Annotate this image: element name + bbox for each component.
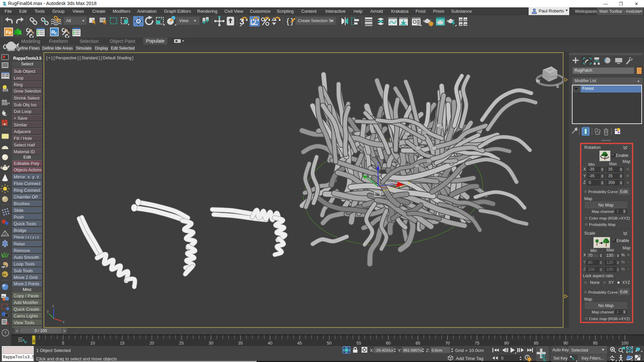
svg-text:80: 80 bbox=[504, 341, 509, 346]
svg-text:30: 30 bbox=[209, 341, 213, 346]
svg-text:45: 45 bbox=[297, 341, 302, 346]
svg-text:P: P bbox=[9, 31, 12, 36]
svg-text:50: 50 bbox=[327, 341, 332, 346]
svg-text:Z:: Z: bbox=[426, 348, 430, 353]
svg-text:x: x bbox=[63, 320, 64, 324]
svg-text:y: y bbox=[47, 309, 49, 313]
svg-text:Set Key: Set Key bbox=[553, 356, 568, 361]
svg-text:35: 35 bbox=[238, 341, 243, 346]
svg-text:Y:: Y: bbox=[398, 348, 402, 353]
svg-text:c: c bbox=[55, 31, 57, 36]
svg-text:Key Filters...: Key Filters... bbox=[582, 356, 604, 361]
svg-text:100: 100 bbox=[622, 341, 629, 346]
svg-text:X:: X: bbox=[370, 348, 374, 353]
svg-text:x: x bbox=[408, 181, 410, 185]
svg-text:Grid = 10.0cm: Grid = 10.0cm bbox=[455, 348, 484, 353]
svg-text:View: View bbox=[179, 18, 189, 23]
svg-text:0x: 0x bbox=[3, 273, 6, 276]
svg-text:Add Time Tag: Add Time Tag bbox=[456, 356, 483, 361]
svg-text:10: 10 bbox=[90, 341, 95, 346]
svg-text:0.0cm: 0.0cm bbox=[432, 348, 442, 352]
svg-text:-29.4231cr: -29.4231cr bbox=[375, 348, 393, 352]
svg-text:85: 85 bbox=[534, 341, 539, 346]
svg-text:0: 0 bbox=[33, 339, 35, 343]
svg-text:W: W bbox=[536, 78, 540, 83]
svg-text:961.5867cı: 961.5867cı bbox=[403, 348, 422, 352]
svg-text:40: 40 bbox=[268, 341, 272, 346]
svg-text:?: ? bbox=[4, 330, 7, 336]
svg-text:55: 55 bbox=[357, 341, 361, 346]
svg-text:All: All bbox=[66, 18, 71, 23]
svg-text:20: 20 bbox=[150, 341, 154, 346]
svg-text:0: 0 bbox=[501, 356, 503, 361]
svg-text:F: F bbox=[6, 29, 9, 35]
svg-text:95: 95 bbox=[593, 341, 598, 346]
svg-text:65: 65 bbox=[416, 341, 420, 346]
svg-text:75: 75 bbox=[475, 341, 479, 346]
svg-text:Auto Key: Auto Key bbox=[552, 348, 569, 352]
svg-text:70: 70 bbox=[445, 341, 450, 346]
svg-text:Selected: Selected bbox=[571, 348, 588, 353]
svg-text:S: S bbox=[556, 84, 559, 89]
svg-text:Create Selection Se: Create Selection Se bbox=[298, 18, 334, 23]
svg-text:60: 60 bbox=[386, 341, 391, 346]
svg-text:15: 15 bbox=[120, 341, 124, 346]
svg-text:25: 25 bbox=[179, 341, 184, 346]
svg-text:90: 90 bbox=[564, 341, 568, 346]
svg-text:z: z bbox=[377, 160, 379, 164]
svg-text:z: z bbox=[52, 304, 54, 308]
svg-text:HF: HF bbox=[2, 265, 5, 268]
svg-text:5: 5 bbox=[62, 341, 64, 346]
